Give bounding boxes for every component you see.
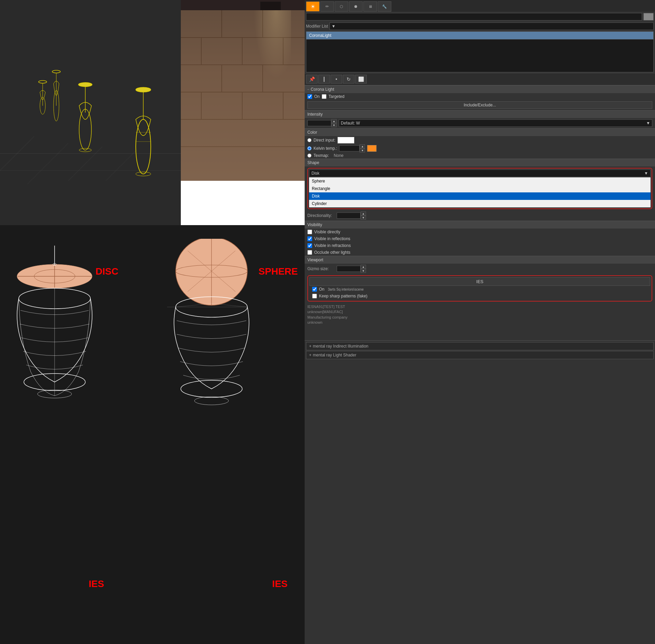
directionality-down-btn[interactable]: ▼: [361, 216, 366, 220]
kelvin-radio[interactable]: [307, 146, 311, 150]
shape-option-disk[interactable]: Disk: [309, 192, 651, 200]
ies-meta-2: unknown[MANUFAC]: [307, 309, 652, 314]
shape-label: Shape: [307, 160, 319, 165]
panel-tabs: ☀ ✏ ⬡ ⏺ 🖥 🔧: [305, 0, 655, 12]
texmap-radio[interactable]: [307, 153, 311, 158]
on-label: On: [314, 94, 320, 99]
mental-ray-indirect-btn[interactable]: + mental ray Indirect Illumination: [306, 342, 654, 350]
texmap-label: Texmap:: [314, 153, 329, 158]
include-exclude-btn[interactable]: Include/Exclude...: [307, 101, 652, 109]
toolbar-pin-btn[interactable]: 📌: [306, 75, 318, 84]
mental-ray-light-shader-label: mental ray Light Shader: [313, 353, 356, 357]
ies-on-row: On 3arts Sq interiors\scene: [309, 286, 650, 293]
visibility-label: Visibility: [307, 222, 322, 227]
directionality-label: Directionality:: [307, 213, 335, 218]
ies-meta-3: Manufacturing company: [307, 315, 652, 320]
intensity-value-input[interactable]: 300.0: [307, 120, 331, 126]
on-checkbox[interactable]: [307, 94, 312, 99]
properties-area[interactable]: − Corona Light On Targeted Include/Exclu…: [305, 85, 655, 644]
ies-label: IES: [476, 279, 483, 284]
toolbar-bar-btn[interactable]: |: [318, 75, 330, 84]
kelvin-value-input[interactable]: 4000.0: [339, 145, 360, 151]
object-name-row: CoronaLight025: [305, 12, 655, 22]
directionality-input[interactable]: 0.0: [337, 213, 361, 219]
visible-refractions-row: Visible in refractions: [305, 242, 655, 249]
intensity-up-btn[interactable]: ▲: [331, 119, 337, 123]
toolbar-dot-btn[interactable]: •: [331, 75, 342, 84]
kelvin-up-btn[interactable]: ▲: [360, 144, 365, 148]
intensity-unit-label: Default: W: [341, 121, 360, 126]
toolbar-refresh-btn[interactable]: ↻: [343, 75, 354, 84]
object-name-input[interactable]: CoronaLight025: [306, 13, 642, 20]
ies-oval-container: IES On 3arts Sq interiors\scene Keep sha…: [307, 275, 652, 302]
viewport-label: Viewport: [307, 258, 323, 262]
intensity-down-btn[interactable]: ▼: [331, 123, 337, 127]
shape-selected-value: Disk: [311, 171, 319, 176]
targeted-checkbox[interactable]: [322, 94, 326, 99]
shape-dropdown-trigger[interactable]: Disk ▼: [309, 170, 651, 177]
mental-ray-light-shader-btn[interactable]: + mental ray Light Shader: [306, 351, 654, 359]
visible-reflections-checkbox[interactable]: [307, 236, 312, 241]
intensity-unit-dropdown[interactable]: Default: W ▼: [339, 119, 652, 127]
gizmo-size-spinner: 1.0 ▲ ▼: [337, 265, 366, 273]
kelvin-spinner-btns: ▲ ▼: [360, 144, 365, 152]
gizmo-size-up-btn[interactable]: ▲: [361, 265, 366, 269]
ies-keep-sharp-checkbox[interactable]: [312, 294, 317, 298]
modifier-item-coronalight[interactable]: CoronaLight: [306, 32, 653, 40]
intensity-spinner: 300.0 ▲ ▼: [307, 119, 337, 127]
intensity-spinner-btns: ▲ ▼: [331, 119, 337, 127]
viewport-white: [181, 181, 305, 225]
kelvin-color-swatch[interactable]: [367, 145, 377, 152]
kelvin-down-btn[interactable]: ▼: [360, 148, 365, 152]
ies-meta-1: IESNA91[TEST] TEST: [307, 304, 652, 309]
intensity-row: 300.0 ▲ ▼ Default: W ▼: [305, 118, 655, 128]
tab-lights[interactable]: ☀: [306, 1, 320, 12]
visible-refractions-label: Visible in refractions: [314, 243, 351, 248]
section-collapse-icon[interactable]: −: [307, 88, 309, 91]
occlude-lights-checkbox[interactable]: [307, 250, 312, 255]
shape-section-header: Shape: [305, 159, 655, 166]
tab-hierarchy[interactable]: ⬡: [335, 1, 348, 12]
visible-directly-checkbox[interactable]: [307, 230, 312, 234]
ies-oval-wrapper: IES On 3arts Sq interiors\scene Keep sha…: [307, 275, 652, 302]
tab-display[interactable]: 🖥: [363, 1, 377, 12]
viewport-bottom: DISC IES: [0, 225, 305, 644]
object-color-swatch[interactable]: [643, 13, 654, 20]
modifier-list-dropdown[interactable]: ▼: [330, 23, 654, 30]
tab-motion[interactable]: ⏺: [349, 1, 363, 12]
ies-on-label: On: [319, 287, 324, 292]
tab-utilities[interactable]: 🔧: [378, 1, 391, 12]
direct-color-swatch[interactable]: [337, 137, 354, 144]
kelvin-spinner: 4000.0 ▲ ▼: [339, 144, 365, 152]
wall-tiles-svg: [181, 10, 305, 181]
direct-input-radio[interactable]: [307, 138, 311, 142]
kelvin-row: Kelvin temp.: 4000.0 ▲ ▼: [307, 144, 652, 152]
directionality-up-btn[interactable]: ▲: [361, 211, 366, 216]
sphere-lamp: [167, 239, 263, 410]
modifier-list-label: Modifier List: [306, 24, 328, 29]
direct-input-row: Direct input:: [307, 137, 652, 144]
shape-option-rectangle[interactable]: Rectangle: [309, 185, 651, 192]
visible-refractions-checkbox[interactable]: [307, 243, 312, 248]
sphere-label: SPHERE: [259, 266, 298, 277]
spacer: [305, 327, 655, 340]
ies-on-checkbox[interactable]: [312, 287, 317, 292]
texmap-value: None: [334, 153, 344, 158]
svg-line-5: [106, 150, 136, 181]
viewport-render: [181, 0, 305, 181]
gizmo-size-down-btn[interactable]: ▼: [361, 269, 366, 273]
kelvin-label: Kelvin temp.:: [314, 146, 337, 151]
ies-label-left: IES: [89, 579, 104, 589]
gizmo-size-input[interactable]: 1.0: [337, 266, 361, 272]
viewport-3d[interactable]: [0, 0, 181, 225]
tab-modifier[interactable]: ✏: [320, 1, 334, 12]
directionality-spinner: 0.0 ▲ ▼: [337, 211, 366, 220]
shape-option-cylinder[interactable]: Cylinder: [309, 200, 651, 207]
svg-rect-23: [181, 10, 305, 181]
toolbar-box-btn[interactable]: ⬜: [355, 75, 367, 84]
svg-point-6: [39, 80, 47, 83]
color-label: Color: [307, 130, 317, 135]
svg-line-3: [27, 143, 68, 184]
shape-option-sphere[interactable]: Sphere: [309, 177, 651, 185]
ceiling: [181, 0, 305, 10]
